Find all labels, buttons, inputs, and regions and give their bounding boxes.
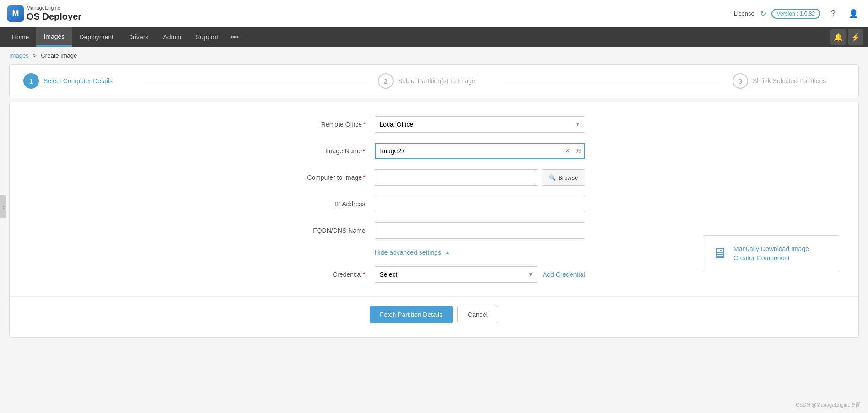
image-name-input[interactable] [375, 143, 585, 159]
step-1: 1 Select Computer Details [23, 73, 135, 89]
computer-to-image-row: Computer to Image* 🔍 Browse [283, 169, 585, 186]
step-3-circle: 3 [733, 73, 748, 89]
advanced-toggle-label: Hide advanced settings [375, 249, 442, 256]
remote-office-required: * [363, 121, 365, 128]
image-name-count: 93 [575, 148, 581, 154]
step-2: 2 Select Partition(s) to Image [378, 73, 490, 89]
logo-icon: M [7, 5, 24, 22]
image-name-wrapper: ✕ 93 [375, 143, 585, 159]
breadcrumb-separator: > [33, 52, 37, 59]
version-text: Version : 1.0.82 [777, 11, 815, 17]
sidebar-toggle[interactable]: ⋮ [0, 195, 6, 218]
credential-group: Select ▼ Add Credential [375, 266, 585, 283]
brand-name: ManageEngine [27, 5, 81, 11]
fqdn-row: FQDN/DNS Name [283, 222, 585, 239]
computer-required: * [363, 174, 365, 181]
help-button[interactable]: ? [826, 6, 841, 21]
image-name-required: * [363, 147, 365, 155]
version-badge: Version : 1.0.82 [771, 9, 820, 19]
user-button[interactable]: 👤 [846, 6, 861, 21]
form-actions: Fetch Partition Details Cancel [10, 296, 858, 323]
browse-button[interactable]: 🔍 Browse [542, 169, 585, 186]
ip-address-input[interactable] [375, 196, 585, 212]
nav-home[interactable]: Home [5, 27, 36, 47]
product-name: OS Deployer [27, 11, 81, 22]
computer-to-image-wrapper: 🔍 Browse [375, 169, 585, 186]
monitor-icon: 🖥 [712, 245, 727, 262]
credential-row: Credential* Select ▼ Add Credential [283, 266, 585, 283]
step-2-circle: 2 [378, 73, 394, 89]
step-divider-1 [145, 81, 369, 81]
side-panel-card[interactable]: 🖥 Manually Download Image Creator Compon… [703, 235, 840, 272]
image-name-label: Image Name* [283, 147, 375, 155]
image-name-clear-button[interactable]: ✕ [565, 147, 571, 155]
nav-deployment[interactable]: Deployment [72, 27, 121, 47]
form-area: Remote Office* Local Office ▼ Image Name… [274, 116, 594, 283]
add-credential-link[interactable]: Add Credential [543, 271, 585, 278]
fqdn-label: FQDN/DNS Name [283, 227, 375, 234]
step-2-label: Select Partition(s) to Image [398, 77, 475, 85]
nav-admin[interactable]: Admin [156, 27, 189, 47]
breadcrumb-parent[interactable]: Images [9, 52, 29, 59]
credential-label: Credential* [283, 271, 375, 278]
main-content: Remote Office* Local Office ▼ Image Name… [9, 102, 859, 338]
nav-drivers[interactable]: Drivers [121, 27, 156, 47]
computer-to-image-label: Computer to Image* [283, 174, 375, 181]
logo-area: M ManageEngine OS Deployer [7, 5, 81, 22]
flash-button[interactable]: ⚡ [848, 29, 863, 45]
step-1-label: Select Computer Details [43, 77, 113, 85]
breadcrumb-current: Create Image [41, 52, 77, 59]
refresh-icon[interactable]: ↻ [760, 9, 766, 18]
chevron-up-icon: ▲ [445, 249, 450, 256]
remote-office-wrapper: Local Office ▼ [375, 116, 585, 133]
step-divider-2 [499, 81, 723, 81]
step-3: 3 Shrink Selected Partitions [733, 73, 845, 89]
image-name-row: Image Name* ✕ 93 [283, 143, 585, 159]
search-icon: 🔍 [549, 174, 556, 181]
main-nav: Home Images Deployment Drivers Admin Sup… [0, 27, 868, 47]
credential-select-wrapper: Select ▼ [375, 266, 538, 283]
remote-office-row: Remote Office* Local Office ▼ [283, 116, 585, 133]
cancel-button[interactable]: Cancel [457, 306, 498, 323]
nav-images[interactable]: Images [36, 27, 72, 47]
computer-to-image-input[interactable] [375, 169, 539, 186]
remote-office-label: Remote Office* [283, 121, 375, 128]
license-label: License [734, 10, 755, 17]
top-bar: M ManageEngine OS Deployer License ↻ Ver… [0, 0, 868, 27]
credential-required: * [363, 271, 365, 278]
nav-more[interactable]: ••• [226, 32, 243, 42]
top-right: License ↻ Version : 1.0.82 ? 👤 [734, 6, 861, 21]
wizard-steps: 1 Select Computer Details 2 Select Parti… [9, 64, 859, 97]
ip-address-row: IP Address [283, 196, 585, 212]
side-panel-text: Manually Download Image Creator Componen… [733, 245, 830, 263]
ip-address-label: IP Address [283, 200, 375, 208]
nav-support[interactable]: Support [189, 27, 226, 47]
fqdn-input[interactable] [375, 222, 585, 239]
advanced-settings-toggle[interactable]: Hide advanced settings ▲ [283, 249, 585, 256]
credential-select[interactable]: Select [375, 266, 538, 283]
remote-office-select[interactable]: Local Office [375, 116, 585, 133]
fetch-partition-button[interactable]: Fetch Partition Details [370, 306, 453, 323]
step-3-label: Shrink Selected Partitions [753, 77, 826, 85]
logo-text: ManageEngine OS Deployer [27, 5, 81, 22]
breadcrumb: Images > Create Image [0, 47, 868, 64]
nav-right-icons: 🔔 ⚡ [830, 29, 863, 45]
notification-button[interactable]: 🔔 [830, 29, 846, 45]
step-1-circle: 1 [23, 73, 39, 89]
